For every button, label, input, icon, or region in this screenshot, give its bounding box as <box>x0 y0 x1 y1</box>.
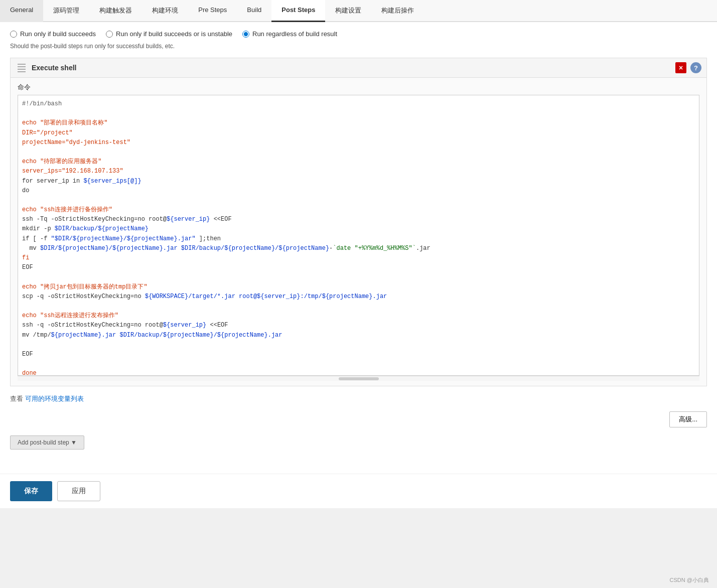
advanced-row: 高级... <box>10 411 707 427</box>
horizontal-scrollbar[interactable] <box>18 376 699 381</box>
add-step-row: Add post-build step ▼ <box>10 435 707 450</box>
add-post-step-button[interactable]: Add post-build step ▼ <box>10 435 84 450</box>
apply-button[interactable]: 应用 <box>57 481 100 501</box>
radio-regardless-input[interactable] <box>242 31 249 38</box>
radio-success-only-label: Run only if build succeeds <box>20 30 96 38</box>
env-link-prefix: 查看 <box>10 395 23 402</box>
env-link-row: 查看 可用的环境变量列表 <box>10 394 707 403</box>
shell-header: Execute shell × ? <box>11 58 706 78</box>
tab-settings[interactable]: 构建设置 <box>325 0 371 22</box>
code-editor[interactable]: #!/bin/bash echo "部署的目录和项目名称" DIR="/proj… <box>18 95 699 376</box>
shell-title: Execute shell <box>32 64 671 72</box>
tab-env[interactable]: 构建环境 <box>142 0 188 22</box>
radio-regardless[interactable]: Run regardless of build result <box>242 30 337 38</box>
env-link[interactable]: 可用的环境变量列表 <box>25 395 84 402</box>
tab-build[interactable]: Build <box>237 0 271 22</box>
delete-button[interactable]: × <box>675 62 686 73</box>
shell-body: 命令 #!/bin/bash echo "部署的目录和项目名称" DIR="/p… <box>11 78 706 386</box>
drag-handle[interactable] <box>16 63 28 73</box>
main-content: Run only if build succeeds Run only if b… <box>0 22 717 474</box>
tab-triggers[interactable]: 构建触发器 <box>89 0 142 22</box>
radio-success-unstable-label: Run only if build succeeds or is unstabl… <box>116 30 232 38</box>
radio-row: Run only if build succeeds Run only if b… <box>10 30 707 38</box>
radio-success-unstable-input[interactable] <box>106 31 113 38</box>
radio-regardless-label: Run regardless of build result <box>252 30 337 38</box>
tab-pre-steps[interactable]: Pre Steps <box>188 0 237 22</box>
execute-shell-block: Execute shell × ? 命令 #!/bin/bash echo "部… <box>10 58 707 386</box>
radio-success-only-input[interactable] <box>10 31 17 38</box>
save-button[interactable]: 保存 <box>10 481 52 501</box>
advanced-button[interactable]: 高级... <box>669 411 707 427</box>
tab-bar: General源码管理构建触发器构建环境Pre StepsBuildPost S… <box>0 0 717 22</box>
tab-general[interactable]: General <box>0 0 43 22</box>
description-text: Should the post-build steps run only for… <box>10 43 707 50</box>
tab-post-build[interactable]: 构建后操作 <box>371 0 424 22</box>
bottom-bar: 保存 应用 <box>0 474 717 508</box>
command-label: 命令 <box>18 83 699 92</box>
radio-success-unstable[interactable]: Run only if build succeeds or is unstabl… <box>106 30 232 38</box>
help-button[interactable]: ? <box>690 62 701 73</box>
radio-success-only[interactable]: Run only if build succeeds <box>10 30 96 38</box>
tab-source[interactable]: 源码管理 <box>43 0 89 22</box>
tab-post-steps[interactable]: Post Steps <box>271 0 325 22</box>
